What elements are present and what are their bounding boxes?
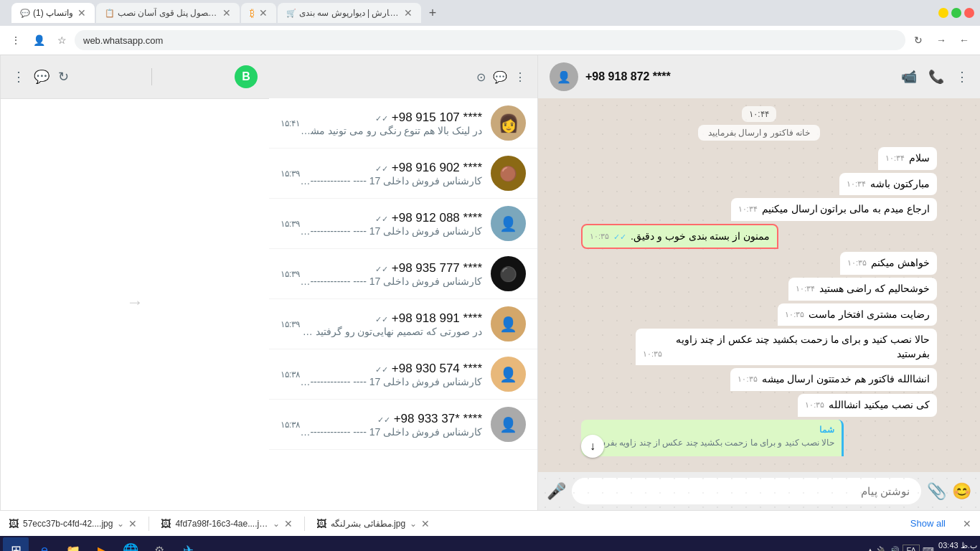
- tab-whatsapp-label: (1) واتساپ: [33, 8, 73, 18]
- account-button[interactable]: 👤: [29, 30, 49, 50]
- taskbar-clock[interactable]: 03:43 ب.ظ ۲۰۲۲/۲۰/۱۲: [938, 541, 977, 551]
- dl-expand-1[interactable]: ⌄: [273, 519, 280, 529]
- window-minimize[interactable]: [938, 8, 948, 18]
- tab-whatsapp[interactable]: 💬 (1) واتساپ ✕: [11, 3, 95, 23]
- more-options-icon[interactable]: ⋮: [956, 69, 969, 85]
- panel-refresh-icon[interactable]: ↻: [58, 69, 69, 85]
- forward-button[interactable]: →: [931, 30, 951, 50]
- tab-shop-icon: 🛒: [286, 9, 296, 18]
- video-call-icon[interactable]: 📹: [901, 69, 917, 85]
- dl-close-2[interactable]: ✕: [421, 518, 430, 529]
- back-button[interactable]: ←: [954, 30, 974, 50]
- telegram-button[interactable]: ✈: [175, 537, 201, 551]
- chat-avatar: 👤: [550, 62, 578, 91]
- folder-button[interactable]: 📁: [60, 537, 86, 551]
- avatar-3: ⚫: [491, 256, 526, 291]
- check-6: ✓✓: [377, 415, 390, 424]
- lang-indicator[interactable]: FA: [903, 545, 919, 551]
- chat-item-3[interactable]: ⚫ ✓✓ +98 935 777 **** کارشناس فروش داخلی…: [269, 249, 537, 299]
- message-7: رضایت مشتری افتخار ماست ۱۰:۳۵: [581, 303, 937, 326]
- dl-expand-0[interactable]: ⌄: [117, 519, 124, 529]
- show-all-button[interactable]: Show all: [910, 518, 946, 529]
- more-options-sidebar-icon[interactable]: ⋮: [514, 70, 526, 84]
- tab-bitcoin[interactable]: ₿ ✕: [241, 3, 276, 23]
- settings-button[interactable]: ⚙: [146, 537, 172, 551]
- tab-shop[interactable]: 🛒 ثبت سفارش | دیوار‌پوش سه بندی ✕: [278, 3, 421, 23]
- voice-call-icon[interactable]: 📞: [928, 69, 944, 85]
- tab-whatsapp-close[interactable]: ✕: [77, 7, 86, 19]
- tab-order[interactable]: 📋 دسته بندی محصول پنل قوی آسان نصب - ✕: [96, 3, 240, 23]
- sidebar-header: ⋮ 💬 ⊙: [269, 55, 537, 98]
- new-chat-icon[interactable]: 💬: [493, 70, 507, 84]
- message-10: کی نصب میکنید انشاالله ۱۰:۳۵: [581, 394, 937, 417]
- start-button[interactable]: ⊞: [3, 537, 29, 551]
- url-bar[interactable]: [75, 30, 905, 50]
- chrome-icon: 🌐: [123, 542, 138, 551]
- message-input[interactable]: [572, 478, 921, 504]
- bookmark-button[interactable]: ☆: [52, 30, 72, 50]
- chat-meta-2: ۱۵:۳۹: [281, 219, 300, 229]
- bubble-10: کی نصب میکنید انشاالله ۱۰:۳۵: [798, 394, 937, 417]
- nav-bar: ← → ↻ ☆ 👤 ⋮: [0, 26, 980, 55]
- msg-text-9: انشاالله فاکتور هم خدمتتون ارسال میشه: [762, 373, 930, 385]
- new-tab-button[interactable]: +: [423, 3, 443, 23]
- window-maximize[interactable]: [951, 8, 961, 18]
- chat-item-2[interactable]: 👤 ✓✓ +98 912 088 **** کارشناس فروش داخلی…: [269, 199, 537, 249]
- microphone-button[interactable]: 🎤: [547, 482, 566, 501]
- chat-time-5: ۱۵:۳۸: [281, 369, 300, 380]
- attach-button[interactable]: 📎: [927, 482, 946, 501]
- close-download-bar[interactable]: ✕: [963, 518, 971, 529]
- dl-close-0[interactable]: ✕: [128, 518, 137, 529]
- chat-contact-name[interactable]: +98 918 872 ****: [585, 70, 671, 83]
- status-icon[interactable]: ⊙: [476, 70, 486, 84]
- chat-time-6: ۱۵:۳۸: [281, 420, 300, 430]
- tab-bitcoin-icon: ₿: [250, 7, 255, 19]
- chat-time-3: ۱۵:۳۹: [281, 269, 300, 279]
- panel-brand-icon: B: [235, 65, 258, 88]
- browser-chrome: 💬 (1) واتساپ ✕ 📋 دسته بندی محصول پنل قوی…: [0, 0, 980, 55]
- avatar-2: 👤: [491, 206, 526, 241]
- scroll-to-bottom[interactable]: ↓: [581, 435, 604, 458]
- volume-icon[interactable]: 🔊: [890, 546, 900, 552]
- tab-bitcoin-close[interactable]: ✕: [259, 7, 268, 19]
- tab-shop-close[interactable]: ✕: [404, 7, 413, 19]
- tab-order-label: دسته بندی محصول پنل قوی آسان نصب -: [118, 8, 218, 18]
- chat-item-4[interactable]: 👤 ✓✓ +98 918 991 **** در صورتی که تصمیم …: [269, 299, 537, 349]
- dl-expand-2[interactable]: ⌄: [410, 519, 417, 529]
- download-item-1: 🖼 4fd7a98f-16c3-4ae....jpg ⌄ ✕: [161, 518, 293, 529]
- chat-item-0[interactable]: 👩 ✓✓ +98 915 107 **** در لینک بالا هم تن…: [269, 98, 537, 149]
- ie-button[interactable]: e: [32, 537, 57, 551]
- refresh-button[interactable]: ↻: [908, 30, 928, 50]
- tab-order-close[interactable]: ✕: [222, 7, 231, 19]
- tray-expand[interactable]: ▲: [867, 546, 875, 551]
- chrome-button[interactable]: 🌐: [118, 537, 143, 551]
- right-panel-placeholder: →: [112, 278, 158, 332]
- whatsapp-container: 👤 +98 918 872 **** 📹 📞 ⋮ ۱۰:۴۴ خانه فاکت…: [0, 55, 980, 510]
- media-button[interactable]: ▶: [89, 537, 115, 551]
- panel-chat-icon[interactable]: 💬: [34, 69, 50, 85]
- chat-item-5[interactable]: 👤 ✓✓ +98 930 574 **** کارشناس فروش داخلی…: [269, 349, 537, 400]
- message-2: مبارکتون باشه ۱۰:۳۴: [581, 173, 937, 196]
- chat-name-2: ✓✓ +98 912 088 ****: [300, 211, 482, 225]
- chat-sidebar: ⋮ 💬 ⊙ 👩 ✓✓ +98 915 107 **** در لینک بالا…: [269, 55, 538, 510]
- bubble-3: ارجاع میدم به مالی براتون ارسال میکنیم ۱…: [731, 198, 937, 221]
- chat-item-6[interactable]: 👤 ✓✓ +98 933 37* **** کارشناس فروش داخلی…: [269, 400, 537, 450]
- bubble-1: سلام ۱۰:۳۴: [878, 147, 937, 170]
- dl-close-1[interactable]: ✕: [284, 518, 293, 529]
- avatar-6: 👤: [491, 407, 526, 442]
- chat-item-1[interactable]: 🟤 ✓✓ +98 916 902 **** کارشناس فروش داخلی…: [269, 149, 537, 199]
- msg-text-5: خواهش میکنم: [871, 257, 930, 268]
- more-button[interactable]: ⋮: [6, 30, 26, 50]
- check-4: ✓✓: [375, 315, 388, 324]
- panel-more-icon[interactable]: ⋮: [12, 69, 25, 85]
- emoji-button[interactable]: 😊: [952, 482, 971, 501]
- chat-time-1: ۱۵:۳۹: [281, 169, 300, 179]
- chat-name-5: ✓✓ +98 930 574 ****: [300, 362, 482, 376]
- folder-icon: 📁: [66, 544, 80, 552]
- msg-text-10: کی نصب میکنید انشاالله: [829, 399, 930, 410]
- bubble-9: انشاالله فاکتور هم خدمتتون ارسال میشه ۱۰…: [730, 368, 937, 391]
- download-bar: 🖼 57ecc37b-c4fd-42....jpg ⌄ ✕ 🖼 4fd7a98f…: [0, 510, 980, 536]
- keyboard-icon: ⌨: [923, 546, 934, 552]
- system-message: خانه فاکتور و ارسال بفرمایید: [698, 125, 820, 141]
- window-close[interactable]: [964, 8, 974, 18]
